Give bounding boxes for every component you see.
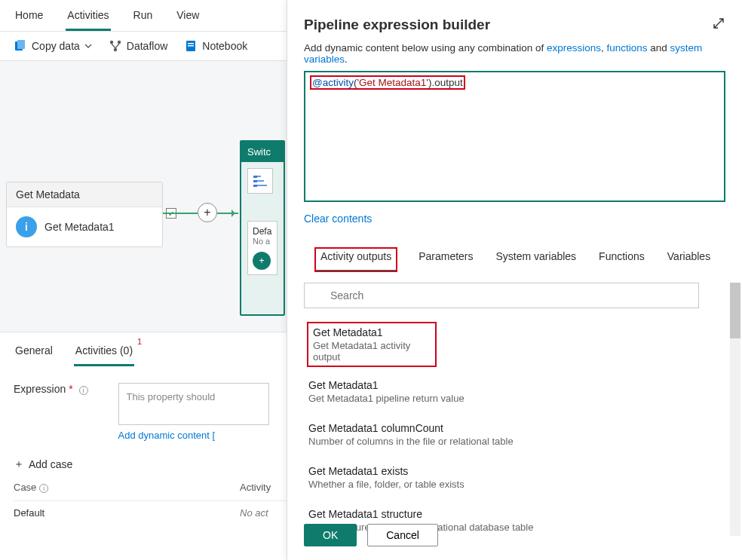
add-activity-button[interactable]: + <box>198 203 217 222</box>
scrollbar[interactable] <box>730 283 740 536</box>
required-indicator: * <box>69 383 72 395</box>
dataflow-icon <box>109 39 122 53</box>
ok-button[interactable]: OK <box>304 524 357 546</box>
svg-rect-9 <box>253 180 257 182</box>
plus-icon: ＋ <box>14 457 24 471</box>
switch-default-sub: No a <box>253 237 272 246</box>
list-item[interactable]: Get Metadata1 Get Metadata1 activity out… <box>307 322 437 367</box>
category-tabs: Activity outputs Parameters System varia… <box>304 247 725 272</box>
list-item[interactable]: Get Metadata1 columnCount Number of colu… <box>307 418 725 453</box>
info-icon[interactable]: i <box>79 386 88 395</box>
svg-rect-1 <box>17 40 25 49</box>
results-list: Get Metadata1 Get Metadata1 activity out… <box>307 322 725 539</box>
col-case: Case <box>14 482 36 493</box>
result-sub: Get Metadata1 activity output <box>313 340 431 363</box>
nav-home[interactable]: Home <box>14 6 44 31</box>
search-input[interactable] <box>304 283 699 308</box>
info-icon[interactable]: i <box>39 484 48 493</box>
info-icon: i <box>16 216 37 237</box>
notebook-icon <box>184 39 198 53</box>
error-badge: 1 <box>137 337 142 346</box>
switch-add-button[interactable]: + <box>253 252 271 270</box>
add-case-label: Add case <box>29 458 72 470</box>
expression-editor[interactable]: @activity('Get Metadata1').output <box>304 71 725 202</box>
result-title: Get Metadata1 <box>308 379 724 391</box>
case-activity: No act <box>240 507 268 519</box>
col-activity: Activity <box>240 482 271 493</box>
expression-input[interactable]: This property should <box>118 383 269 425</box>
panel-title: Pipeline expression builder <box>304 17 725 33</box>
copy-data-button[interactable]: Copy data <box>14 39 92 53</box>
tab-general[interactable]: General <box>14 340 54 366</box>
tab-functions[interactable]: Functions <box>597 247 646 272</box>
result-title: Get Metadata1 <box>313 326 431 338</box>
svg-point-4 <box>114 48 117 51</box>
result-sub: Number of columns in the file or relatio… <box>308 436 724 447</box>
svg-rect-10 <box>253 185 257 187</box>
result-sub: Get Metadata1 pipeline return value <box>308 393 724 404</box>
clear-contents-link[interactable]: Clear contents <box>304 213 725 225</box>
tab-system-variables[interactable]: System variables <box>495 247 578 272</box>
nav-run[interactable]: Run <box>132 6 155 31</box>
dataflow-button[interactable]: Dataflow <box>109 39 167 53</box>
svg-point-2 <box>110 41 113 44</box>
list-item[interactable]: Get Metadata1 Get Metadata1 pipeline ret… <box>307 375 725 410</box>
tab-activities[interactable]: Activities (0) 1 <box>74 340 134 366</box>
scrollbar-thumb[interactable] <box>730 283 740 338</box>
code-string: 'Get Metadata1' <box>357 77 428 88</box>
tab-activity-outputs[interactable]: Activity outputs <box>314 247 397 272</box>
switch-default-case[interactable]: Defa No a + <box>247 221 277 275</box>
nav-activities[interactable]: Activities <box>66 6 110 31</box>
svg-rect-8 <box>253 176 257 178</box>
functions-link[interactable]: functions <box>607 42 648 54</box>
cancel-button[interactable]: Cancel <box>367 524 438 546</box>
expression-label: Expression <box>14 383 66 395</box>
chevron-down-icon <box>84 40 92 52</box>
switch-default-label: Defa <box>253 226 272 237</box>
code-function: @activity <box>312 77 354 88</box>
code-tail: ).output <box>428 77 463 88</box>
activity-type-label: Get Metadata <box>7 182 162 207</box>
switch-flow-icon <box>247 168 273 194</box>
dataflow-label: Dataflow <box>127 40 167 52</box>
get-metadata-activity[interactable]: Get Metadata i Get Metadata1 <box>6 182 163 247</box>
expression-builder-panel: Pipeline expression builder Add dynamic … <box>287 0 742 560</box>
case-name: Default <box>14 507 240 519</box>
copy-data-label: Copy data <box>32 40 80 52</box>
result-title: Get Metadata1 columnCount <box>308 422 724 434</box>
svg-rect-7 <box>188 45 194 47</box>
switch-activity[interactable]: Switc Defa No a + <box>240 140 285 316</box>
expressions-link[interactable]: expressions <box>547 42 601 54</box>
tab-parameters[interactable]: Parameters <box>417 247 474 272</box>
nav-view[interactable]: View <box>175 6 201 31</box>
switch-title: Switc <box>241 142 284 162</box>
result-sub: Whether a file, folder, or table exists <box>308 479 724 490</box>
svg-rect-6 <box>188 43 194 44</box>
panel-description: Add dynamic content below using any comb… <box>304 42 725 65</box>
copy-data-icon <box>14 39 27 53</box>
result-title: Get Metadata1 exists <box>308 465 724 477</box>
result-title: Get Metadata1 structure <box>308 508 724 520</box>
notebook-button[interactable]: Notebook <box>184 39 247 53</box>
tab-activities-label: Activities (0) <box>75 344 133 357</box>
expand-icon[interactable] <box>712 17 725 34</box>
list-item[interactable]: Get Metadata1 exists Whether a file, fol… <box>307 461 725 496</box>
add-dynamic-content-link[interactable]: Add dynamic content [ <box>118 430 269 441</box>
notebook-label: Notebook <box>202 40 247 52</box>
activity-name: Get Metadata1 <box>44 221 115 233</box>
svg-point-3 <box>118 41 121 44</box>
tab-variables[interactable]: Variables <box>666 247 712 272</box>
